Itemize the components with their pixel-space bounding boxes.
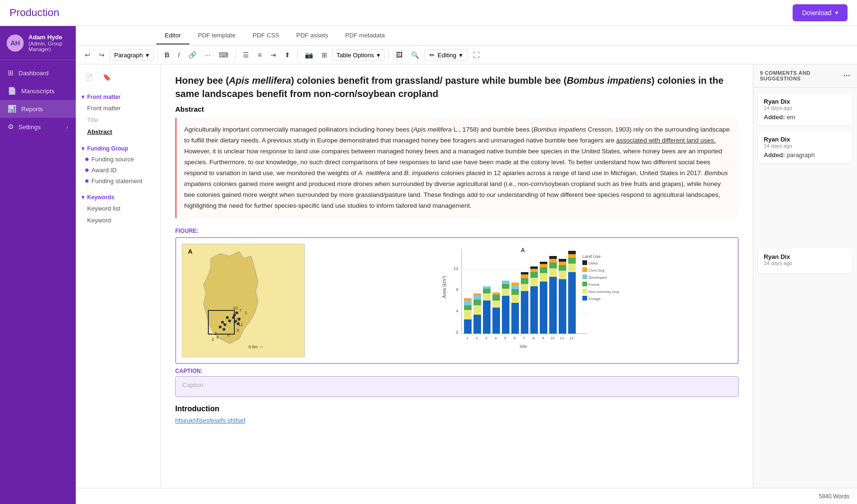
- svg-rect-72: [530, 266, 538, 269]
- svg-rect-63: [521, 291, 528, 334]
- image-button[interactable]: 🖼: [393, 49, 406, 61]
- caption-label: CAPTION:: [175, 368, 739, 374]
- svg-text:10: 10: [551, 336, 555, 340]
- special-char-button[interactable]: ⌨: [215, 49, 232, 61]
- download-button[interactable]: Download ▾: [793, 4, 848, 21]
- doc-nav: 📄 🔖 ▾ Front matter Front matter Title Ab…: [76, 64, 161, 488]
- tab-pdf-metadata[interactable]: PDF metadata: [337, 27, 393, 44]
- paragraph-select[interactable]: Paragraph ▾: [110, 49, 153, 61]
- pencil-icon: ✏: [429, 52, 435, 59]
- comment-card: Ryan Dix 14 days ago: [758, 248, 852, 274]
- sidebar-item-dashboard[interactable]: ⊞ Dashboard: [0, 64, 76, 82]
- svg-rect-43: [473, 300, 481, 305]
- svg-rect-111: [582, 274, 587, 279]
- svg-rect-109: [582, 267, 587, 272]
- svg-text:6: 6: [227, 333, 230, 337]
- doc-item-abstract[interactable]: Abstract: [76, 126, 161, 138]
- svg-rect-83: [559, 279, 566, 334]
- svg-text:A: A: [521, 247, 525, 254]
- svg-point-13: [232, 316, 235, 319]
- funding-dot: [85, 179, 89, 183]
- italic-button[interactable]: I: [175, 49, 183, 61]
- sidebar-item-label: Dashboard: [18, 70, 49, 77]
- svg-rect-51: [492, 301, 500, 308]
- sidebar-item-manuscripts[interactable]: 📄 Manuscripts: [0, 82, 76, 100]
- table-options-label: Table Options: [337, 52, 375, 59]
- doc-icon-right[interactable]: 🔖: [99, 70, 114, 84]
- doc-item-keyword[interactable]: Keyword: [76, 214, 161, 226]
- doc-item-title[interactable]: Title: [76, 114, 161, 126]
- map-label-a: A: [188, 248, 192, 255]
- svg-rect-113: [582, 282, 587, 286]
- main-editor[interactable]: Honey bee (Apis mellifera) colonies bene…: [161, 64, 753, 488]
- svg-rect-107: [582, 260, 587, 265]
- svg-rect-75: [540, 267, 547, 273]
- redo-button[interactable]: ↪: [96, 49, 108, 61]
- svg-text:Other: Other: [589, 261, 598, 265]
- insert-button[interactable]: 📷: [302, 49, 316, 61]
- sidebar-item-settings[interactable]: ⚙ Settings ›: [0, 118, 76, 136]
- table-button[interactable]: ⊞: [318, 49, 330, 61]
- editor-area: 📄 🔖 ▾ Front matter Front matter Title Ab…: [76, 64, 857, 488]
- indent-out-button[interactable]: ⬆: [281, 49, 294, 61]
- front-matter-header: ▾ Front matter: [76, 90, 161, 102]
- svg-rect-84: [559, 271, 566, 279]
- intro-heading: Introduction: [175, 405, 739, 413]
- doc-icon-left[interactable]: 📄: [81, 70, 96, 84]
- doc-item-front-matter[interactable]: Front matter: [76, 102, 161, 114]
- paragraph-label: Paragraph: [114, 52, 143, 59]
- svg-text:Site: Site: [519, 344, 527, 349]
- tab-pdf-template[interactable]: PDF template: [189, 27, 244, 44]
- svg-rect-74: [540, 273, 547, 282]
- editing-selector[interactable]: ✏ Editing ▾: [424, 49, 468, 61]
- svg-rect-48: [483, 289, 491, 293]
- bold-button[interactable]: B: [161, 49, 173, 61]
- doc-item-funding-statement[interactable]: Funding statement: [76, 176, 161, 186]
- user-role: (Admin, Group Manager): [28, 41, 69, 52]
- svg-rect-56: [502, 284, 509, 289]
- link-button[interactable]: 🔗: [185, 49, 200, 61]
- divider: [235, 50, 236, 60]
- user-name: Adam Hyde: [28, 34, 69, 41]
- more-button[interactable]: ···: [202, 49, 214, 61]
- caption-box[interactable]: Caption: [175, 376, 739, 397]
- svg-rect-117: [582, 296, 587, 301]
- word-count: 5840 Words: [819, 493, 849, 500]
- unordered-list-button[interactable]: ≡: [254, 49, 265, 61]
- svg-rect-49: [483, 286, 491, 289]
- svg-text:12: 12: [236, 318, 241, 322]
- svg-rect-77: [540, 262, 547, 264]
- tab-editor[interactable]: Editor: [156, 27, 189, 44]
- michigan-map-svg: 1 7 10 12 8 11 9 6 3 5 2: [182, 244, 305, 358]
- more-options-icon[interactable]: ···: [843, 71, 850, 80]
- indent-button[interactable]: ⇥: [267, 49, 279, 61]
- table-options-select[interactable]: Table Options ▾: [332, 49, 385, 61]
- svg-text:2: 2: [476, 336, 478, 340]
- svg-rect-55: [502, 289, 509, 296]
- svg-rect-53: [492, 292, 500, 295]
- user-profile[interactable]: AH Adam Hyde (Admin, Group Manager): [0, 26, 76, 60]
- doc-item-funding-source[interactable]: Funding source: [76, 154, 161, 165]
- intro-text[interactable]: hfseukhfisesfesefs sfsfsef: [175, 416, 739, 426]
- doc-item-award-id[interactable]: Award ID: [76, 165, 161, 176]
- sidebar-item-reports[interactable]: 📊 Reports: [0, 100, 76, 118]
- svg-text:10: 10: [233, 306, 238, 310]
- tab-bar: Editor PDF template PDF CSS PDF assets P…: [76, 26, 857, 46]
- tab-pdf-css[interactable]: PDF CSS: [244, 27, 287, 44]
- doc-item-keyword-list[interactable]: Keyword list: [76, 203, 161, 214]
- svg-rect-90: [568, 258, 576, 264]
- comment-author: Ryan Dix: [764, 136, 847, 143]
- svg-rect-88: [568, 272, 576, 334]
- comment-time: 14 days ago: [764, 143, 847, 149]
- search-button[interactable]: 🔍: [408, 49, 422, 61]
- undo-button[interactable]: ↩: [81, 49, 94, 61]
- abstract-block[interactable]: Agriculturally important commercially ma…: [175, 118, 739, 218]
- svg-point-7: [223, 328, 225, 331]
- ordered-list-button[interactable]: ☰: [240, 49, 252, 61]
- svg-text:4: 4: [456, 309, 458, 313]
- svg-text:8: 8: [456, 287, 458, 292]
- funding-dot: [85, 168, 89, 172]
- sidebar-item-label: Manuscripts: [21, 88, 54, 95]
- tab-pdf-assets[interactable]: PDF assets: [288, 27, 337, 44]
- fullscreen-button[interactable]: ⛶: [470, 49, 483, 61]
